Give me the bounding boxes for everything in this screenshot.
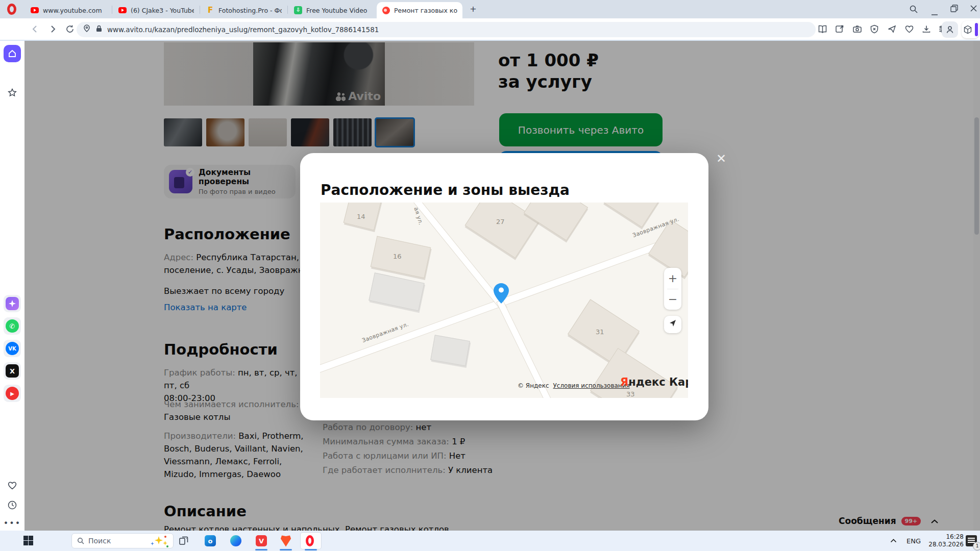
fotohosting-favicon: F: [206, 6, 214, 14]
sidebar-item-vk[interactable]: VK: [4, 340, 21, 357]
map-building-number: 14: [357, 213, 365, 220]
brave-icon[interactable]: [280, 535, 292, 547]
address-bar[interactable]: www.avito.ru/kazan/predlozheniya_uslug/r…: [77, 22, 816, 37]
maximize-button[interactable]: [950, 5, 958, 14]
browser-tab-bar: www.youtube.com (6) CJake3 - YouTube F F…: [0, 0, 980, 18]
tab-title: www.youtube.com: [43, 7, 102, 14]
tab-cjake3[interactable]: (6) CJake3 - YouTube: [113, 2, 199, 18]
tab-separator: [287, 6, 288, 14]
tab-search-icon[interactable]: [909, 5, 918, 16]
vivaldi-icon[interactable]: V: [255, 535, 267, 547]
terms-of-use-link[interactable]: Условия использования: [553, 382, 630, 389]
tray-clock[interactable]: 16:28 28.03.2026: [923, 533, 964, 548]
yandex-maps-logo[interactable]: Яндекс Карты: [620, 376, 688, 388]
map-zoom-controls: + −: [664, 268, 681, 310]
url-text[interactable]: www.avito.ru/kazan/predlozheniya_uslug/r…: [107, 26, 379, 34]
play-circle-icon: ▶: [6, 387, 19, 400]
share-send-icon[interactable]: [887, 24, 897, 36]
map-attribution: © Яндекс Условия использования: [518, 382, 630, 389]
browser-toolbar: www.avito.ru/kazan/predlozheniya_uslug/r…: [0, 18, 980, 41]
sidebar-item-youtube-music[interactable]: ▶: [4, 385, 21, 402]
tab-avito-active[interactable]: Ремонт газовых котлов (: [377, 2, 462, 18]
back-button[interactable]: [31, 24, 40, 36]
extension-accent-bar: [975, 23, 978, 36]
downloader-favicon: ⇩: [294, 6, 302, 14]
tab-downloader[interactable]: ⇩ Free Youtube Video Down: [289, 2, 375, 18]
forward-button[interactable]: [48, 24, 57, 36]
sidebar-more-icon[interactable]: •••: [0, 518, 24, 528]
divider: [667, 289, 678, 289]
tray-expand-chevron[interactable]: [887, 535, 899, 547]
whatsapp-icon: ✆: [6, 319, 19, 333]
map-building-number: 16: [393, 253, 402, 260]
modal-title: Расположение и зоны выезда: [321, 182, 570, 198]
opera-sidebar: ✆ VK X ▶ •••: [0, 41, 24, 531]
tab-title: Ремонт газовых котлов (: [394, 7, 457, 14]
sidebar-item-whatsapp[interactable]: ✆: [4, 317, 21, 335]
tab-separator: [200, 6, 200, 14]
new-tab-button[interactable]: +: [468, 4, 479, 15]
yandex-map[interactable]: 14 27 16 31 33 ая ул. Заовражная ул. Зао…: [320, 203, 688, 398]
language-indicator[interactable]: ENG: [906, 531, 921, 551]
avito-favicon: [382, 6, 390, 14]
tab-separator: [112, 6, 112, 14]
shield-blocker-icon[interactable]: [870, 24, 879, 36]
reading-list-icon[interactable]: [818, 24, 827, 36]
sidebar-heart-icon[interactable]: [0, 481, 24, 492]
bookmarks-star-icon[interactable]: [0, 88, 24, 100]
outlook-icon[interactable]: o: [204, 535, 216, 547]
camera-icon[interactable]: [852, 24, 862, 36]
lock-icon[interactable]: [95, 24, 103, 35]
notification-count-badge: 1: [973, 542, 980, 550]
tray-date: 28.03.2026: [923, 541, 964, 548]
profile-button[interactable]: [942, 21, 958, 38]
tab-title: Free Youtube Video Down: [306, 7, 370, 14]
windows-taskbar: Поиск o V: [0, 531, 980, 551]
screen: www.youtube.com (6) CJake3 - YouTube F F…: [0, 0, 980, 551]
x-icon: X: [6, 364, 19, 378]
tab-fotohosting[interactable]: F Fotohosting.Pro - Фотохо: [201, 2, 287, 18]
extension-panel-toggle[interactable]: [962, 21, 979, 38]
map-building-number: 27: [496, 218, 505, 226]
cube-icon: [963, 25, 972, 34]
minimize-button[interactable]: [931, 8, 938, 18]
start-button[interactable]: [23, 536, 33, 545]
copilot-sparkle-icon: [151, 535, 169, 547]
speed-dial-home-button[interactable]: [4, 45, 21, 62]
zoom-in-button[interactable]: +: [664, 268, 681, 289]
favorites-heart-icon[interactable]: [904, 24, 914, 36]
reload-button[interactable]: [65, 24, 75, 36]
yandex-copyright: © Яндекс: [518, 382, 549, 389]
tab-title: Fotohosting.Pro - Фотохо: [218, 7, 282, 14]
zoom-out-button[interactable]: −: [664, 289, 681, 310]
site-location-icon[interactable]: [83, 24, 91, 35]
edge-icon[interactable]: [230, 535, 242, 547]
opera-active-tile[interactable]: [300, 532, 322, 549]
map-building: [603, 203, 662, 228]
opera-logo-icon[interactable]: [7, 4, 16, 15]
close-window-button[interactable]: [970, 5, 977, 14]
history-clock-icon[interactable]: [0, 500, 24, 512]
map-building: [369, 272, 424, 311]
taskbar-search-box[interactable]: Поиск: [71, 533, 174, 548]
modal-close-icon[interactable]: ✕: [715, 152, 728, 165]
youtube-favicon: [118, 6, 127, 14]
map-building-number: 31: [596, 328, 604, 336]
running-indicator: [255, 549, 267, 550]
aria-icon: [6, 297, 19, 310]
vk-icon: VK: [6, 342, 19, 355]
sidebar-item-x[interactable]: X: [4, 362, 21, 380]
sidebar-item-aria[interactable]: [4, 295, 21, 312]
locate-me-button[interactable]: [664, 316, 681, 333]
search-icon: [77, 537, 84, 544]
page-content: Avito ✓ Документы проверены По фото прав…: [24, 41, 980, 531]
task-view-icon[interactable]: [178, 535, 190, 547]
tab-title: (6) CJake3 - YouTube: [131, 7, 194, 14]
tab-youtube-home[interactable]: www.youtube.com: [26, 2, 111, 18]
map-building: [430, 335, 470, 366]
running-indicator: [280, 549, 292, 550]
downloads-icon[interactable]: [922, 24, 931, 36]
snapshot-note-icon[interactable]: [835, 24, 844, 36]
map-building-number: 33: [626, 390, 635, 398]
map-pin: [494, 283, 509, 306]
